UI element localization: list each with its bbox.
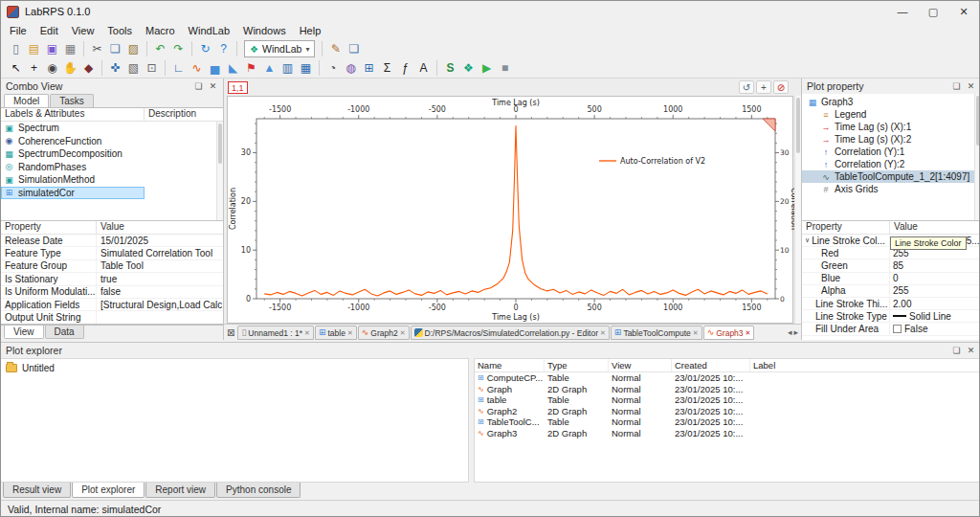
refresh-icon[interactable]: ↻ <box>196 40 214 57</box>
close-tab-icon[interactable]: ✕ <box>600 329 606 337</box>
close-button[interactable]: ✕ <box>948 1 979 22</box>
select-region-icon[interactable]: ▧ <box>124 59 143 77</box>
plot-prop-row-blue[interactable]: Blue0 <box>802 273 980 285</box>
open-file-icon[interactable]: ▤ <box>25 40 43 57</box>
pan-view-icon[interactable]: ✋ <box>61 59 79 77</box>
column-header-name[interactable]: Name <box>475 359 545 371</box>
mdi-tab-graph2[interactable]: ∿Graph2✕ <box>358 326 410 340</box>
clear-plot-icon[interactable]: ⊘ <box>773 80 789 94</box>
property-value[interactable]: [Structural Design,Load Calc... <box>97 300 223 310</box>
view-tab-report-view[interactable]: Report view <box>145 483 215 498</box>
plot-prop-row-fill-under-area[interactable]: Fill Under AreaFalse <box>802 323 980 335</box>
close-tab-icon[interactable]: ✕ <box>400 329 406 337</box>
pie-chart-icon[interactable]: ◔ <box>323 59 342 77</box>
property-row-feature-type[interactable]: Feature TypeSimulated Correlation Tool <box>1 247 223 259</box>
function-icon[interactable]: ƒ <box>396 59 414 77</box>
correlation-plot[interactable]: -1500-1500-1000-1000-500-500005005001000… <box>228 97 794 325</box>
zoom-icon[interactable]: + <box>756 80 771 94</box>
float-panel-icon[interactable]: ❏ <box>951 81 962 91</box>
property-value[interactable]: False <box>890 324 980 334</box>
run-simulation-icon[interactable]: ▶ <box>478 59 496 77</box>
stop-simulation-icon[interactable]: ■ <box>496 59 514 77</box>
plot-tree-item-tabletoolcompute-1-2-1-4097[interactable]: ∿TableToolCompute_1_2[1:4097] <box>802 170 980 183</box>
plot-tree-item-time-lag-s-x-2[interactable]: →Time Lag (s) (X):2 <box>802 133 980 146</box>
property-value[interactable]: 255 <box>890 285 980 296</box>
explorer-row-table[interactable]: ⊞tableTableNormal23/01/2025 10:... <box>475 394 980 406</box>
column-header-view[interactable]: View <box>609 359 672 371</box>
tree-item-spectrumdecomposition[interactable]: ▦SpectrumDecomposition <box>1 147 223 161</box>
property-value[interactable]: Simulated Correlation Tool <box>97 248 223 258</box>
view-tab-python-console[interactable]: Python console <box>216 483 301 498</box>
tree-scrollbar[interactable] <box>216 122 223 220</box>
mdi-tab-tabletoolcompute[interactable]: ⊞TableToolCompute✕ <box>611 326 702 340</box>
table-view-icon[interactable]: ⊞ <box>360 59 378 77</box>
view-tab-plot-explorer[interactable]: Plot explorer <box>72 483 145 498</box>
bar-chart-icon[interactable]: ▅ <box>206 59 224 77</box>
menu-file[interactable]: File <box>3 23 33 38</box>
close-tab-icon[interactable]: ✕ <box>304 329 310 337</box>
property-value[interactable]: 15/01/2025 <box>97 236 223 246</box>
property-column-header[interactable]: Property <box>1 221 97 234</box>
tree-header[interactable]: Labels & Attributes Description <box>1 108 223 122</box>
grid-plot-icon[interactable]: ▦ <box>297 59 315 77</box>
float-panel-icon[interactable]: ❏ <box>193 81 204 91</box>
explorer-row-graph2[interactable]: ∿Graph22D GraphNormal23/01/2025 10:... <box>475 406 980 417</box>
scrollbar-thumb[interactable] <box>218 124 222 164</box>
line-plot-icon[interactable]: ∿ <box>188 59 206 77</box>
property-row-is-uniform-modulati[interactable]: Is Uniform Modulati...false <box>1 286 223 299</box>
menu-tools[interactable]: Tools <box>100 23 139 38</box>
explorer-root-item[interactable]: Untitled <box>1 361 468 374</box>
close-tab-icon[interactable]: ✕ <box>693 329 699 337</box>
scroll-tabs-left-icon[interactable]: ◂ <box>788 327 792 337</box>
explorer-row-tabletoolc[interactable]: ⊞TableToolC...TableNormal23/01/2025 10:.… <box>475 416 980 428</box>
tab-tasks[interactable]: Tasks <box>50 94 94 107</box>
save-icon[interactable]: ▣ <box>43 40 61 57</box>
explorer-row-computecp[interactable]: ⊞ComputeCP...TableNormal23/01/2025 10:..… <box>475 372 980 384</box>
tree-item-randomphases[interactable]: ◎RandomPhases <box>1 161 223 174</box>
property-row-is-stationary[interactable]: Is Stationarytrue <box>1 273 223 285</box>
plot-tree-item-axis-grids[interactable]: #Axis Grids <box>802 183 980 195</box>
menu-edit[interactable]: Edit <box>33 23 65 38</box>
replot-icon[interactable]: ↺ <box>739 80 754 94</box>
close-panel-icon[interactable]: ✕ <box>966 81 976 91</box>
value-column-header[interactable]: Value <box>890 221 980 234</box>
simulate-icon[interactable]: S <box>441 59 459 77</box>
column-header-label[interactable]: Label <box>750 359 980 371</box>
property-value[interactable]: 85 <box>890 260 980 271</box>
tree-header-description[interactable]: Description <box>145 108 223 121</box>
area-chart-icon[interactable]: ◣ <box>224 59 242 77</box>
move-plot-icon[interactable]: ✜ <box>106 59 124 77</box>
plot-prop-row-line-stroke-thi[interactable]: Line Stroke Thi...2.00 <box>802 298 980 310</box>
mdi-tab-d-rps-macros-simulatedcorrelation-py-editor[interactable]: D:/RPS/Macros/SimulatedCorrelation.py - … <box>411 326 610 340</box>
property-value[interactable]: Table Tool <box>97 260 223 271</box>
tree-scrollbar[interactable] <box>974 94 980 220</box>
tab-data[interactable]: Data <box>45 326 84 339</box>
print-icon[interactable]: ▦ <box>61 40 79 57</box>
tree-item-coherencefunction[interactable]: ◉CoherenceFunction <box>1 135 223 148</box>
paste-icon[interactable]: ▨ <box>124 40 143 57</box>
plot-prop-row-alpha[interactable]: Alpha255 <box>802 285 980 298</box>
property-row-output-unit-string[interactable]: Output Unit String <box>1 311 223 324</box>
axes-icon[interactable]: ∟ <box>169 59 188 77</box>
plot-tree-item-time-lag-s-x-1[interactable]: →Time Lag (s) (X):1 <box>802 121 980 133</box>
whats-this-icon[interactable]: ? <box>214 40 233 57</box>
sphere-icon[interactable]: ◍ <box>342 59 360 77</box>
tree-item-simulatedcor[interactable]: ⊞simulatedCor <box>1 187 223 200</box>
value-column-header[interactable]: Value <box>97 221 223 234</box>
cut-icon[interactable]: ✂ <box>88 40 106 57</box>
plot-tree-item-legend[interactable]: ≡Legend <box>802 108 980 121</box>
close-panel-icon[interactable]: ✕ <box>966 346 976 355</box>
tree-header-labels[interactable]: Labels & Attributes <box>1 108 145 121</box>
text-label-icon[interactable]: A <box>414 59 433 77</box>
pick-point-icon[interactable]: ◉ <box>43 59 61 77</box>
maximize-button[interactable]: ▢ <box>918 1 948 22</box>
mdi-tab-table[interactable]: ⊞table✕ <box>315 326 357 340</box>
column-header-type[interactable]: Type <box>545 359 609 371</box>
tree-item-simulationmethod[interactable]: ▣SimulationMethod <box>1 173 223 187</box>
undo-icon[interactable]: ↶ <box>151 40 169 57</box>
expander-icon[interactable]: ∨ <box>805 236 810 244</box>
plot-tree-item-correlation-y-1[interactable]: ↑Correlation (Y):1 <box>802 146 980 158</box>
menu-help[interactable]: Help <box>293 23 328 38</box>
menu-macro[interactable]: Macro <box>139 23 182 38</box>
redo-icon[interactable]: ↷ <box>169 40 188 57</box>
